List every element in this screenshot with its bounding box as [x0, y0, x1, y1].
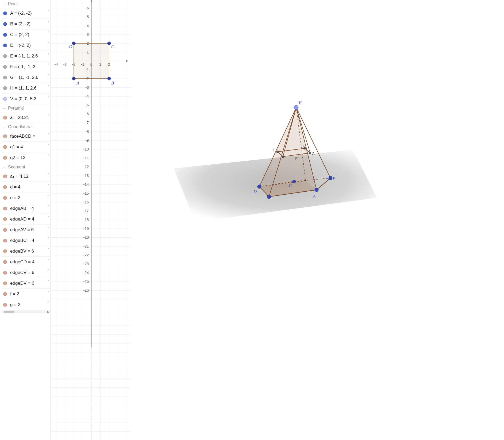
close-icon[interactable]: ×: [47, 182, 49, 186]
svg-text:-4: -4: [55, 62, 58, 67]
algebra-item[interactable]: F = (-1, -1, 2.×: [2, 61, 51, 72]
visibility-toggle-icon[interactable]: [3, 196, 7, 200]
close-icon[interactable]: ×: [47, 9, 49, 13]
visibility-toggle-icon[interactable]: [3, 54, 7, 58]
visibility-toggle-icon[interactable]: [3, 292, 7, 296]
close-icon[interactable]: ×: [47, 300, 49, 304]
visibility-toggle-icon[interactable]: [3, 281, 7, 285]
close-icon[interactable]: ×: [47, 246, 49, 250]
svg-marker-2: [126, 60, 128, 62]
svg-text:-21: -21: [83, 244, 89, 248]
close-icon[interactable]: ×: [47, 19, 49, 23]
visibility-toggle-icon[interactable]: [3, 260, 7, 264]
close-icon[interactable]: ×: [47, 83, 49, 87]
visibility-toggle-icon[interactable]: [3, 249, 7, 253]
section-header-quadrilateral[interactable]: –Quadrilateral: [2, 123, 51, 131]
close-icon[interactable]: ×: [47, 30, 49, 34]
svg-text:-17: -17: [83, 209, 89, 213]
algebra-item[interactable]: edgeBC = 4×: [2, 235, 51, 246]
close-icon[interactable]: ×: [47, 193, 49, 197]
svg-text:-18: -18: [83, 218, 89, 222]
visibility-toggle-icon[interactable]: [3, 97, 7, 101]
algebra-item[interactable]: H = (1, 1, 2.6×: [2, 83, 51, 94]
algebra-item[interactable]: B = (2, -2)×: [2, 19, 51, 29]
close-icon[interactable]: ×: [47, 73, 49, 77]
algebra-item[interactable]: edgeAD = 4×: [2, 214, 51, 225]
visibility-toggle-icon[interactable]: [3, 134, 7, 138]
close-icon[interactable]: ×: [47, 153, 49, 157]
algebra-item[interactable]: edgeAB = 4×: [2, 203, 51, 214]
visibility-toggle-icon[interactable]: [3, 175, 7, 178]
section-header-point[interactable]: –Point: [2, 0, 51, 8]
algebra-item[interactable]: d = 4×: [2, 182, 51, 192]
label3d-d: D: [253, 189, 257, 194]
close-icon[interactable]: ×: [47, 257, 49, 261]
algebra-item[interactable]: edgeCV = 6×: [2, 267, 51, 278]
close-icon[interactable]: ×: [47, 94, 49, 98]
label3d-b: B: [333, 176, 336, 181]
algebra-item[interactable]: q2 = 12×: [2, 152, 51, 163]
svg-text:-22: -22: [83, 253, 89, 257]
collapse-icon: –: [3, 125, 7, 129]
graphics-area: -4-3-2-1012654321-1-2-3-4-5-6-7-8-9-10-1…: [51, 0, 504, 440]
algebra-item[interactable]: edgeAV = 6×: [2, 225, 51, 235]
algebra-item[interactable]: a₁ = 4.12×: [2, 171, 51, 182]
close-icon[interactable]: ×: [47, 62, 49, 66]
close-icon[interactable]: ×: [47, 279, 49, 283]
close-icon[interactable]: ×: [47, 41, 49, 45]
section-header-pyramid[interactable]: –Pyramid: [2, 104, 51, 112]
algebra-item[interactable]: C = (2, 2)×: [2, 29, 51, 40]
visibility-toggle-icon[interactable]: [3, 156, 7, 160]
algebra-item-label: d = 4: [10, 184, 49, 190]
visibility-toggle-icon[interactable]: [3, 76, 7, 79]
algebra-item[interactable]: edgeCD = 4×: [2, 257, 51, 267]
close-icon[interactable]: ×: [47, 225, 49, 229]
algebra-item[interactable]: q1 = 4×: [2, 142, 51, 152]
algebra-item[interactable]: a = 28.21×: [2, 112, 51, 123]
visibility-toggle-icon[interactable]: [3, 65, 7, 69]
visibility-toggle-icon[interactable]: [3, 33, 7, 37]
visibility-toggle-icon[interactable]: [3, 11, 7, 15]
algebra-item-label: edgeBV = 6: [10, 249, 49, 254]
svg-text:-12: -12: [83, 165, 89, 169]
visibility-toggle-icon[interactable]: [3, 207, 7, 210]
close-icon[interactable]: ×: [47, 172, 49, 176]
algebra-item[interactable]: faceABCD = ×: [2, 131, 51, 142]
close-icon[interactable]: ×: [47, 204, 49, 208]
close-icon[interactable]: ×: [47, 51, 49, 55]
algebra-item-label: a₁ = 4.12: [10, 173, 49, 179]
graphics-2d-view[interactable]: -4-3-2-1012654321-1-2-3-4-5-6-7-8-9-10-1…: [51, 0, 131, 440]
close-icon[interactable]: ×: [47, 132, 49, 136]
close-icon[interactable]: ×: [47, 289, 49, 293]
visibility-toggle-icon[interactable]: [3, 303, 7, 307]
algebra-item[interactable]: edgeDV = 6×: [2, 278, 51, 289]
visibility-toggle-icon[interactable]: [3, 22, 7, 26]
algebra-item[interactable]: f = 2×: [2, 289, 51, 299]
close-icon[interactable]: ×: [47, 214, 49, 218]
close-icon[interactable]: ×: [47, 142, 49, 146]
algebra-panel[interactable]: –PointA = (-2, -2)×B = (2, -2)×C = (2, 2…: [0, 0, 51, 440]
visibility-toggle-icon[interactable]: [3, 145, 7, 149]
algebra-item[interactable]: g = 2×: [2, 299, 51, 310]
algebra-item[interactable]: V = (0, 0, 5.2×: [2, 94, 51, 104]
close-icon[interactable]: ×: [47, 236, 49, 240]
close-icon[interactable]: ×: [47, 113, 49, 117]
algebra-item[interactable]: edgeBV = 6×: [2, 246, 51, 257]
visibility-toggle-icon[interactable]: [3, 86, 7, 90]
visibility-toggle-icon[interactable]: [3, 228, 7, 232]
algebra-item[interactable]: E = (-1, 1, 2.6×: [2, 51, 51, 61]
section-header-segment[interactable]: –Segment: [2, 163, 51, 171]
graphics-3d-view[interactable]: A B C D E F G H V: [131, 0, 504, 440]
algebra-item[interactable]: A = (-2, -2)×: [2, 8, 51, 19]
algebra-item[interactable]: D = (-2, 2)×: [2, 40, 51, 51]
visibility-toggle-icon[interactable]: [3, 116, 7, 119]
visibility-toggle-icon[interactable]: [3, 271, 7, 275]
close-icon[interactable]: ×: [47, 268, 49, 272]
visibility-toggle-icon[interactable]: [3, 44, 7, 47]
visibility-toggle-icon[interactable]: [3, 239, 7, 242]
algebra-item[interactable]: G = (1, -1, 2.6×: [2, 72, 51, 83]
algebra-item[interactable]: e = 2×: [2, 192, 51, 203]
visibility-toggle-icon[interactable]: [3, 185, 7, 189]
visibility-toggle-icon[interactable]: [3, 217, 7, 221]
horizontal-scrollbar[interactable]: ▶: [2, 310, 51, 313]
